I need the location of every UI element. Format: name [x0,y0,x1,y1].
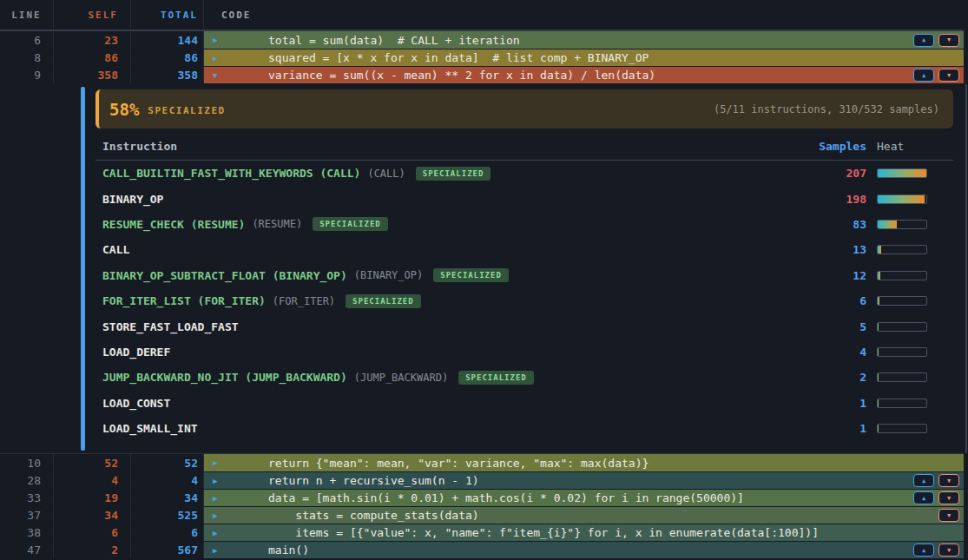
code-line-row[interactable]: 3866▶ items = [{"value": x, "name": f"it… [0,524,964,541]
move-up-button[interactable]: ▲ [913,34,934,47]
instruction-name: JUMP_BACKWARD_NO_JIT (JUMP_BACKWARD)(JUM… [95,371,790,385]
line-number-cell: 6 [0,31,54,49]
scrollbar[interactable] [965,84,967,453]
expand-row-icon[interactable]: ▶ [213,36,225,44]
heat-bar-fill [878,348,879,356]
move-down-button[interactable]: ▼ [938,491,959,504]
instruction-row: JUMP_BACKWARD_NO_JIT (JUMP_BACKWARD)(JUM… [95,365,953,390]
expand-row-icon[interactable]: ▶ [213,458,225,467]
line-number-cell: 33 [0,490,54,506]
instruction-sample-count: 2 [790,371,877,384]
heat-bar-track [877,296,927,306]
heat-bar-track [877,322,927,332]
expand-row-icon[interactable]: ▶ [213,54,225,63]
instruction-opname: BINARY_OP [102,193,163,206]
code-cell: ▶squared = [x * x for x in data] # list … [204,49,964,66]
instruction-opname: STORE_FAST_LOAD_FAST [102,320,239,333]
instruction-row: LOAD_CONST1 [95,391,953,416]
code-line-row[interactable]: 623144▶total = sum(data) # CALL + iterat… [0,31,964,49]
code-line-row[interactable]: 88686▶squared = [x * x for x in data] # … [0,49,964,66]
move-up-button[interactable]: ▲ [913,69,934,82]
line-number-cell: 38 [0,524,54,541]
instruction-opname: JUMP_BACKWARD_NO_JIT (JUMP_BACKWARD) [102,371,347,384]
instruction-opname: BINARY_OP_SUBTRACT_FLOAT (BINARY_OP) [102,269,347,282]
instruction-row: BINARY_OP198 [95,186,953,211]
line-number-cell: 8 [0,49,54,66]
specialization-counts: (5/11 instructions, 310/532 samples) [714,103,939,115]
expand-row-icon[interactable]: ▶ [213,477,225,485]
heat-bar-fill [878,373,879,381]
move-up-button[interactable]: ▲ [913,491,934,504]
instruction-base-opname: (CALL) [367,168,405,180]
code-heat-band: ▶ items = [{"value": x, "name": f"item_{… [204,524,964,541]
specialized-badge: SPECIALIZED [433,268,509,282]
self-samples-cell: 19 [54,490,131,506]
move-down-button[interactable]: ▼ [938,69,959,82]
line-number-cell: 10 [0,454,54,471]
heat-bar-cell [877,271,953,280]
self-samples-cell: 4 [54,472,131,489]
instruction-row: LOAD_SMALL_INT1 [95,416,953,441]
heat-bar-fill [878,195,925,203]
self-samples-cell: 23 [54,31,131,49]
move-down-button[interactable]: ▼ [938,474,959,487]
instruction-sample-count: 207 [790,167,877,180]
code-line-row[interactable]: 472567▶main()▲▼ [0,541,964,558]
move-down-button[interactable]: ▼ [938,34,959,47]
move-down-button[interactable]: ▼ [938,509,959,522]
instruction-opname: LOAD_SMALL_INT [102,422,198,435]
column-header-line: LINE [0,0,54,30]
move-down-button[interactable]: ▼ [938,544,959,557]
code-source-text: return {"mean": mean, "var": variance, "… [268,457,959,470]
self-samples-cell: 6 [54,524,131,541]
code-cell: ▶main()▲▼ [204,542,964,558]
instruction-name: LOAD_DEREF [95,346,790,359]
move-up-button[interactable]: ▲ [913,544,934,557]
code-source-text: main() [268,544,913,557]
instruction-name: LOAD_CONST [95,397,790,410]
line-number-cell: 47 [0,542,54,558]
heat-bar-track [877,372,927,382]
heat-bar-cell [877,245,953,254]
collapse-row-icon[interactable]: ▼ [213,71,225,80]
total-samples-cell: 34 [131,490,204,506]
code-line-row[interactable]: 9358358▼variance = sum((x - mean) ** 2 f… [0,66,964,83]
instruction-opname: CALL_BUILTIN_FAST_WITH_KEYWORDS (CALL) [102,167,360,180]
code-heat-band: ▶return n + recursive_sum(n - 1)▲▼ [204,472,964,489]
instruction-base-opname: (JUMP_BACKWARD) [354,372,448,384]
row-move-controls: ▲▼ [913,34,959,47]
heat-bar-track [877,347,927,357]
expand-row-icon[interactable]: ▶ [213,546,225,555]
instruction-opname: LOAD_DEREF [102,346,170,359]
instruction-base-opname: (FOR_ITER) [273,295,335,307]
move-up-button[interactable]: ▲ [913,474,934,487]
code-line-row[interactable]: 3734525▶ stats = compute_stats(data)▼ [0,506,964,524]
specialized-badge: SPECIALIZED [458,371,534,385]
profiler-column-header: LINE SELF TOTAL CODE [0,0,964,31]
code-line-row[interactable]: 105252▶return {"mean": mean, "var": vari… [0,454,964,471]
heat-bar-fill [878,399,879,407]
self-samples-cell: 52 [54,454,131,471]
expand-row-icon[interactable]: ▶ [213,529,225,537]
code-line-row[interactable]: 331934▶data = [math.sin(i * 0.01) + math… [0,489,964,506]
instruction-row: BINARY_OP_SUBTRACT_FLOAT (BINARY_OP)(BIN… [95,263,953,288]
instruction-sample-count: 198 [790,193,877,206]
expand-row-icon[interactable]: ▶ [213,511,225,520]
heat-bar-track [877,194,927,204]
code-line-row[interactable]: 2844▶return n + recursive_sum(n - 1)▲▼ [0,471,964,489]
expanded-row-accent-line [81,87,85,451]
heat-bar-track [877,245,927,254]
instruction-sample-count: 12 [790,269,877,282]
instruction-opname: RESUME_CHECK (RESUME) [102,218,245,231]
heat-bar-cell [877,399,953,408]
row-move-controls: ▲▼ [913,69,959,82]
expand-row-icon[interactable]: ▶ [213,494,225,503]
instruction-sample-count: 4 [790,346,877,359]
specialized-badge: SPECIALIZED [313,217,388,231]
specialization-summary-banner: 58% SPECIALIZED (5/11 instructions, 310/… [95,89,953,128]
code-cell: ▶data = [math.sin(i * 0.01) + math.cos(i… [204,490,964,506]
heat-bar-fill [878,323,879,331]
samples-column-header[interactable]: Samples [790,140,877,153]
heat-bar-cell [877,220,953,229]
instruction-row: CALL13 [95,237,953,262]
